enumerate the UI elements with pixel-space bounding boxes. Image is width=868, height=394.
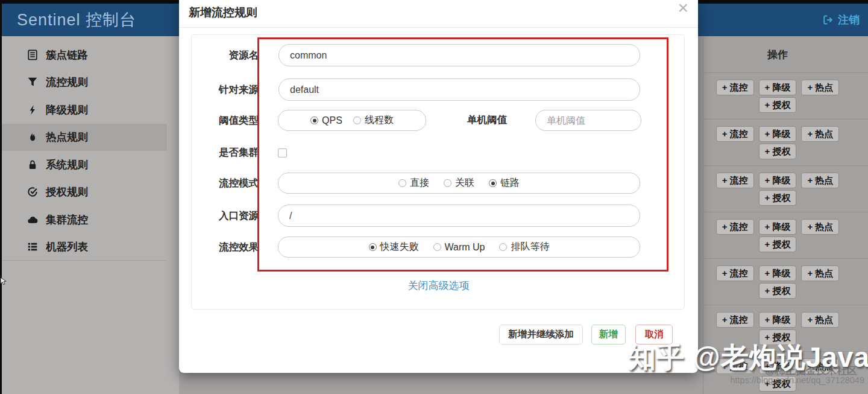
- app-title: Sentinel 控制台: [17, 4, 136, 36]
- lock-icon: [27, 159, 38, 170]
- add-auth-button[interactable]: +授权: [759, 144, 797, 159]
- plus-icon: +: [765, 331, 770, 343]
- origin-input[interactable]: [278, 78, 640, 101]
- plus-icon: +: [765, 378, 770, 390]
- sidebar-item-label: 热点规则: [46, 130, 88, 144]
- add-degrade-button[interactable]: +降级: [759, 219, 797, 235]
- close-icon[interactable]: ×: [678, 0, 688, 18]
- row-buttons-bottom: +授权: [703, 283, 852, 299]
- add-auth-button[interactable]: +授权: [759, 283, 797, 299]
- table-row: +流控+降级+热点+授权: [703, 258, 868, 305]
- table-row: +流控+降级+热点+授权: [703, 305, 868, 351]
- add-hotspot-button[interactable]: +热点: [801, 358, 839, 374]
- add-degrade-button[interactable]: +降级: [759, 312, 797, 328]
- plus-icon: +: [807, 314, 813, 326]
- add-auth-button[interactable]: +授权: [759, 97, 797, 113]
- radio-option-1[interactable]: Warm Up: [433, 242, 485, 253]
- cancel-button[interactable]: 取消: [635, 325, 673, 345]
- add-flow-button[interactable]: +流控: [716, 312, 754, 328]
- radio-option-label: 直接: [410, 177, 429, 189]
- add-degrade-button[interactable]: +降级: [759, 173, 797, 188]
- single-threshold-input[interactable]: [535, 110, 641, 131]
- sidebar-item-6[interactable]: 集群流控: [2, 206, 167, 234]
- add-flow-button[interactable]: +流控: [716, 219, 754, 235]
- table-row: +流控+降级+热点+授权: [703, 72, 868, 119]
- radio-option-0[interactable]: 直接: [398, 177, 429, 189]
- resource-input[interactable]: [278, 44, 640, 66]
- sidebar-item-5[interactable]: 授权规则: [2, 179, 167, 206]
- add-flow-button[interactable]: +流控: [716, 80, 754, 95]
- add-hotspot-button[interactable]: +热点: [801, 219, 839, 235]
- op-button-label: 降级: [772, 221, 790, 233]
- radio-option-0[interactable]: QPS: [310, 115, 342, 126]
- add-and-continue-button[interactable]: 新增并继续添加: [499, 325, 583, 345]
- logout-button[interactable]: 注销: [823, 4, 860, 36]
- add-hotspot-button[interactable]: +热点: [801, 126, 839, 142]
- op-button-label: 热点: [815, 128, 833, 140]
- add-flow-rule-dialog: 新增流控规则 × 资源名 针对来源 阈值类型 QPS线程数 单机阈值 是否集群 …: [179, 0, 698, 373]
- add-degrade-button[interactable]: +降级: [759, 126, 797, 142]
- check-circle-icon: [27, 186, 38, 197]
- entry-resource-input[interactable]: [278, 205, 640, 227]
- add-hotspot-button[interactable]: +热点: [801, 312, 839, 328]
- radio-option-0[interactable]: 快速失败: [369, 241, 419, 253]
- add-button[interactable]: 新增: [591, 325, 626, 345]
- sidebar-item-7[interactable]: 机器列表: [2, 234, 167, 261]
- plus-icon: +: [765, 192, 770, 204]
- table-row: +流控+降级+热点+授权: [703, 351, 868, 394]
- sidebar: 簇点链路流控规则降级规则热点规则系统规则授权规则集群流控机器列表: [2, 36, 179, 394]
- frame-edge-left: [0, 0, 2, 394]
- add-hotspot-button[interactable]: +热点: [801, 173, 839, 188]
- op-button-label: 热点: [815, 174, 833, 186]
- cluster-label: 是否集群: [191, 145, 259, 159]
- sidebar-item-4[interactable]: 系统规则: [2, 151, 167, 179]
- radio-option-2[interactable]: 排队等待: [499, 241, 549, 253]
- flow-effect-radio-group: 快速失败Warm Up排队等待: [278, 237, 640, 258]
- table-row: +流控+降级+热点+授权: [703, 212, 868, 258]
- add-auth-button[interactable]: +授权: [759, 376, 797, 392]
- add-hotspot-button[interactable]: +热点: [801, 265, 839, 281]
- add-auth-button[interactable]: +授权: [759, 190, 797, 206]
- sidebar-divider: [2, 260, 167, 261]
- radio-option-label: 链路: [500, 177, 520, 189]
- plus-icon: +: [807, 221, 813, 233]
- radio-option-label: 快速失败: [380, 241, 419, 253]
- form-panel: [191, 34, 685, 310]
- op-button-label: 热点: [815, 267, 833, 279]
- add-flow-button[interactable]: +流控: [716, 265, 754, 281]
- operations-column: 操作 +流控+降级+热点+授权+流控+降级+热点+授权+流控+降级+热点+授权+…: [703, 36, 868, 394]
- sidebar-item-1[interactable]: 流控规则: [2, 69, 167, 97]
- cluster-checkbox[interactable]: [278, 148, 287, 157]
- op-button-label: 授权: [772, 145, 790, 157]
- op-button-label: 降级: [772, 128, 790, 140]
- row-buttons-bottom: +授权: [703, 97, 852, 113]
- row-buttons-top: +流控+降级+热点: [703, 312, 852, 328]
- add-degrade-button[interactable]: +降级: [759, 265, 797, 281]
- sidebar-item-0[interactable]: 簇点链路: [2, 41, 167, 69]
- op-button-label: 热点: [815, 360, 833, 372]
- op-button-label: 降级: [772, 174, 790, 186]
- add-flow-button[interactable]: +流控: [716, 126, 754, 142]
- plus-icon: +: [722, 128, 728, 140]
- sidebar-item-3[interactable]: 热点规则: [2, 124, 167, 151]
- radio-option-2[interactable]: 链路: [489, 177, 520, 189]
- add-auth-button[interactable]: +授权: [759, 329, 797, 345]
- radio-option-1[interactable]: 线程数: [353, 114, 394, 127]
- radio-icon: [489, 179, 497, 187]
- plus-icon: +: [722, 81, 728, 94]
- radio-option-1[interactable]: 关联: [444, 177, 474, 189]
- add-hotspot-button[interactable]: +热点: [801, 80, 839, 95]
- plus-icon: +: [722, 267, 728, 279]
- add-degrade-button[interactable]: +降级: [759, 358, 797, 374]
- add-degrade-button[interactable]: +降级: [759, 80, 797, 95]
- flow-effect-label: 流控效果: [191, 240, 259, 253]
- op-button-label: 降级: [772, 81, 790, 94]
- sidebar-item-label: 降级规则: [46, 103, 88, 117]
- add-flow-button[interactable]: +流控: [716, 358, 754, 374]
- add-auth-button[interactable]: +授权: [759, 237, 797, 252]
- table-row: +流控+降级+热点+授权: [703, 119, 868, 165]
- add-flow-button[interactable]: +流控: [716, 173, 754, 188]
- sidebar-item-2[interactable]: 降级规则: [2, 96, 167, 124]
- op-button-label: 授权: [772, 285, 790, 297]
- toggle-advanced-link[interactable]: 关闭高级选项: [179, 279, 698, 293]
